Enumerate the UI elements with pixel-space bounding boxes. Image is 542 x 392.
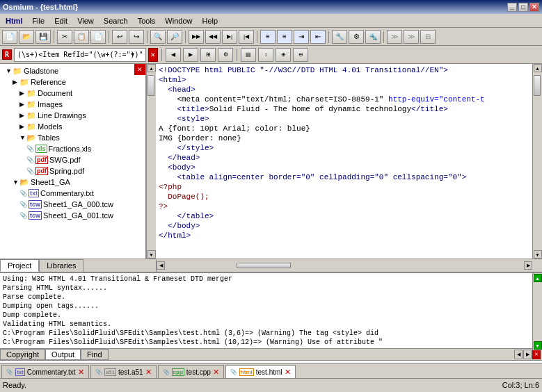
output-scroll-btn-2[interactable]: ▶ [523,350,532,359]
menu-help[interactable]: Help [198,15,222,26]
doc-tab-testa51[interactable]: 📎 a51 test.a51 ✕ [90,365,157,378]
editor-scroll-track[interactable] [534,72,542,250]
editor-scroll-up[interactable]: ▲ [534,64,542,72]
editor-hscroll-track[interactable] [165,262,524,269]
menu-window[interactable]: Window [161,15,196,26]
doc-tab-testhtml-close[interactable]: ✕ [285,368,291,377]
tb-btn-6[interactable]: ≡ [277,30,292,44]
search-input[interactable]: (\s+)<Item RefId="(\w+(?:="))" ▼ [14,48,146,62]
undo-button[interactable]: ↩ [112,30,127,44]
tb-btn-10[interactable]: ⚙ [349,30,364,44]
copy-button[interactable]: 📋 [74,30,89,44]
close-button[interactable]: ✕ [529,3,539,12]
tb-btn-1[interactable]: ▶▶ [189,30,204,44]
tree-item-fractions[interactable]: 📎 xls Fractions.xls [0,143,145,154]
find-button[interactable]: 🔍 [150,30,166,44]
tree-toggle-ld[interactable]: ▶ [19,112,26,119]
search-prev-button[interactable]: ◀ [166,48,181,62]
tree-item-document[interactable]: ▶ 📁 Document [0,88,145,99]
tree-item-sheet000[interactable]: 📎 tcw Sheet1_GA_000.tcw [0,199,145,210]
tree-item-line-drawings[interactable]: ▶ 📁 Line Drawings [0,110,145,121]
sidebar-close-button[interactable]: ✕ [134,64,145,75]
editor-content[interactable]: <!DOCTYPE html PUBLIC "-//W3C//DTD HTML … [156,64,532,259]
editor-vscrollbar[interactable]: ▲ ▼ [532,64,542,259]
maximize-button[interactable]: □ [518,3,528,12]
tb-btn-8[interactable]: ⇤ [310,30,326,44]
output-scroll-btn-1[interactable]: ◀ [514,350,523,359]
tree-toggle-root[interactable]: ▼ [6,67,13,74]
tab-output[interactable]: Output [45,349,81,360]
tree-item-reference[interactable]: ▶ 📁 Reference [0,76,145,88]
tb-btn-3[interactable]: ▶| [222,30,237,44]
tree-item-images[interactable]: ▶ 📁 Images [0,99,145,110]
tb-btn-12[interactable]: ≫ [387,30,402,44]
minimize-button[interactable]: _ [507,3,517,12]
tree-toggle-doc[interactable]: ▶ [19,90,26,97]
sidebar-scroll-down[interactable]: ▼ [148,250,156,259]
tb-extra-2[interactable]: ↕ [258,48,273,62]
editor-scroll-thumb[interactable] [534,75,541,96]
tree-toggle-models[interactable]: ▶ [19,123,26,130]
tb-btn-5[interactable]: ≡ [260,30,276,44]
sidebar-scroll-track[interactable] [148,72,156,250]
editor-hscroll-thumb[interactable] [237,263,290,268]
tree-item-spring[interactable]: 📎 pdf Spring.pdf [0,165,145,177]
editor-hscroll-right[interactable]: ▶ [524,261,532,270]
sidebar-scroll-thumb[interactable] [148,75,154,96]
tree-item-sheet1ga[interactable]: ▼ 📂 Sheet1_GA [0,177,145,188]
tree-toggle-ref[interactable]: ▶ [13,79,19,85]
menu-file[interactable]: File [28,15,49,26]
doc-tab-commentary-close[interactable]: ✕ [78,368,84,377]
tb-btn-4[interactable]: |◀ [239,30,254,44]
tb-extra-4[interactable]: ⊖ [293,48,308,62]
doc-tab-testhtml[interactable]: 📎 html test.html ✕ [225,365,296,378]
tb-extra-1[interactable]: ▤ [241,48,256,62]
tree-item-sheet001[interactable]: 📎 tcw Sheet1_GA_001.tcw [0,210,145,221]
doc-tab-commentary[interactable]: 📎 txt Commentary.txt ✕ [1,365,89,378]
new-button[interactable]: 📄 [2,30,17,44]
tree-toggle-images[interactable]: ▶ [19,101,26,108]
search-close-button[interactable]: ✕ [148,48,158,62]
output-close-button[interactable]: ✕ [532,350,541,359]
tab-copyright[interactable]: Copyright [0,349,45,360]
sidebar-scroll-up[interactable]: ▲ [148,64,156,72]
tb-btn-2[interactable]: ◀◀ [205,30,221,44]
editor-hscrollbar[interactable]: ◀ ▶ [156,259,532,272]
menu-edit[interactable]: Edit [50,15,72,26]
tree-item-root[interactable]: ▼ 📁 Gladstone [0,65,145,76]
cut-button[interactable]: ✂ [57,30,72,44]
save-button[interactable]: 💾 [35,30,51,44]
menu-tools[interactable]: Tools [134,15,160,26]
tree-item-tables[interactable]: ▼ 📂 Tables [0,132,145,143]
tree-toggle-tables[interactable]: ▼ [19,134,26,141]
tb-btn-9[interactable]: 🔧 [332,30,347,44]
tree-item-swg[interactable]: 📎 pdf SWG.pdf [0,154,145,165]
search-all-button[interactable]: ⊞ [200,48,216,62]
tb-btn-13[interactable]: ≫ [404,30,419,44]
doc-tab-testa51-close[interactable]: ✕ [145,368,152,377]
editor-hscroll-left[interactable]: ◀ [157,261,165,270]
search-options-button[interactable]: ⚙ [218,48,233,62]
tab-libraries[interactable]: Libraries [39,259,83,272]
output-vscrollbar[interactable]: ▲ ▼ [532,273,542,350]
tree-toggle-sheet1ga[interactable]: ▼ [13,179,19,186]
paste-button[interactable]: 📄 [90,30,106,44]
redo-button[interactable]: ↪ [129,30,144,44]
tab-find[interactable]: Find [81,349,108,360]
tree-item-models[interactable]: ▶ 📁 Models [0,121,145,132]
output-scroll-down[interactable]: ▼ [534,341,542,350]
menu-search[interactable]: Search [99,15,132,26]
tb-btn-14[interactable]: ⊟ [420,30,436,44]
editor-scroll-down[interactable]: ▼ [534,250,542,259]
tree-item-commentary[interactable]: 📎 txt Commentary.txt [0,188,145,199]
doc-tab-testcpp-close[interactable]: ✕ [213,368,219,377]
menu-view[interactable]: View [73,15,98,26]
tb-btn-7[interactable]: ⇥ [294,30,309,44]
output-scroll-track[interactable] [534,282,541,341]
tb-extra-3[interactable]: ⊕ [276,48,291,62]
search-next-button[interactable]: ▶ [183,48,198,62]
doc-tab-testcpp[interactable]: 📎 cpp test.cpp ✕ [158,365,224,378]
sidebar-vscrollbar[interactable]: ▲ ▼ [146,64,156,259]
menu-html[interactable]: Html [1,15,26,26]
open-button[interactable]: 📂 [19,30,34,44]
